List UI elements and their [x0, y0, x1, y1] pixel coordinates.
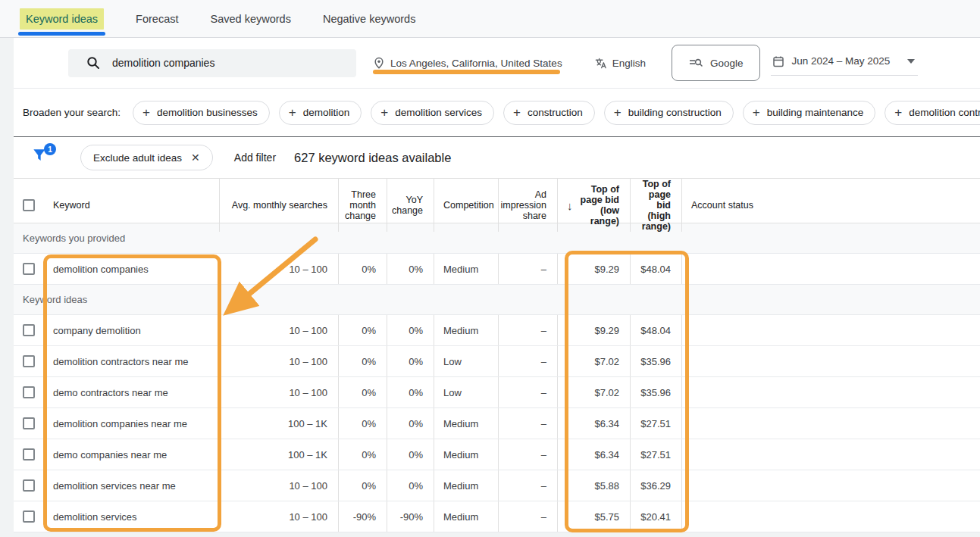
results-count-text: 627 keyword ideas available [294, 151, 451, 165]
header-ad-impression-share[interactable]: Ad impression share [498, 179, 557, 232]
close-icon[interactable]: ✕ [191, 151, 200, 164]
header-bid-high[interactable]: Top of page bid (high range) [630, 179, 681, 232]
avg-monthly-searches-cell: 10 – 100 [219, 470, 338, 501]
table-row: demolition contractors near me 10 – 100 … [14, 346, 980, 377]
header-keyword-label: Keyword [53, 200, 90, 211]
date-range-selector[interactable]: Jun 2024 – May 2025 [771, 51, 918, 76]
ad-impression-share-cell: – [498, 377, 557, 407]
bid-high-cell: $35.96 [630, 346, 681, 376]
language-selector[interactable]: English [594, 57, 646, 70]
broaden-search-row: Broaden your search: +demolition busines… [14, 89, 980, 137]
header-keyword[interactable]: Keyword [14, 179, 219, 232]
section-label: Keyword ideas [23, 294, 87, 305]
broaden-label: Broaden your search: [23, 107, 121, 118]
broaden-chip[interactable]: +demolition businesses [133, 101, 270, 125]
yoy-change-cell: 0% [387, 346, 434, 376]
header-avg-monthly-searches[interactable]: Avg. monthly searches [219, 179, 338, 232]
bid-high-cell: $27.51 [630, 439, 681, 470]
broaden-chip[interactable]: +demolition [279, 101, 362, 125]
bid-low-cell: $6.34 [557, 439, 630, 470]
tab-forecast[interactable]: Forecast [133, 0, 181, 38]
broaden-chip[interactable]: +construction [503, 101, 595, 125]
three-month-change-cell: 0% [338, 254, 387, 284]
add-filter-button[interactable]: Add filter [234, 151, 276, 164]
broaden-chip-label: demolition services [395, 107, 482, 118]
keyword-label: company demolition [53, 325, 141, 336]
plus-icon: + [380, 106, 388, 119]
bid-high-cell: $48.04 [630, 254, 681, 284]
broaden-chip-label: demolition businesses [157, 107, 258, 118]
header-yoy-change[interactable]: YoY change [387, 179, 434, 232]
search-query-text: demolition companies [112, 57, 214, 69]
broaden-chip[interactable]: +demolition contractors [885, 101, 980, 125]
header-competition[interactable]: Competition [434, 179, 498, 232]
broaden-chip-label: demolition [303, 107, 350, 118]
bid-high-cell: $36.29 [630, 470, 681, 501]
row-checkbox[interactable] [23, 448, 35, 461]
keyword-label: demolition services [53, 511, 137, 523]
exclude-adult-ideas-chip[interactable]: Exclude adult ideas ✕ [80, 145, 213, 170]
keyword-cell: demolition contractors near me [14, 346, 219, 376]
keyword-cell: demo companies near me [14, 439, 219, 470]
row-checkbox[interactable] [23, 386, 35, 398]
broaden-chip[interactable]: +building construction [604, 101, 734, 125]
row-checkbox[interactable] [23, 324, 35, 336]
network-text: Google [710, 58, 744, 69]
filter-funnel-button[interactable]: 1 [30, 146, 53, 169]
avg-monthly-searches-cell: 100 – 1K [219, 408, 338, 439]
broaden-chip[interactable]: +demolition services [371, 101, 494, 125]
select-all-checkbox[interactable] [23, 199, 35, 211]
header-account-status[interactable]: Account status [681, 179, 980, 232]
yoy-change-cell: 0% [387, 470, 434, 501]
filter-count-badge: 1 [44, 143, 56, 155]
broaden-chip-label: building construction [628, 107, 722, 118]
table-row: demolition services near me 10 – 100 0% … [14, 470, 980, 501]
account-status-cell [681, 408, 980, 439]
competition-cell: Medium [434, 408, 498, 439]
location-selector[interactable]: Los Angeles, California, United States [373, 57, 562, 69]
row-checkbox[interactable] [23, 479, 35, 492]
keyword-cell: demolition services [14, 501, 219, 532]
competition-cell: Medium [434, 439, 498, 470]
ad-impression-share-cell: – [498, 439, 557, 470]
plus-icon: + [142, 106, 150, 119]
bid-low-cell: $9.29 [557, 315, 630, 345]
date-range-text: Jun 2024 – May 2025 [791, 55, 890, 67]
row-checkbox[interactable] [23, 355, 35, 367]
tab-saved-keywords[interactable]: Saved keywords [208, 0, 294, 38]
avg-monthly-searches-cell: 10 – 100 [219, 501, 338, 532]
tab-keyword-ideas[interactable]: Keyword ideas [17, 0, 107, 38]
header-bid-low[interactable]: ↓ Top of page bid (low range) [557, 179, 630, 232]
row-checkbox[interactable] [23, 263, 35, 275]
row-checkbox[interactable] [23, 510, 35, 523]
ad-impression-share-cell: – [498, 346, 557, 376]
broaden-chip[interactable]: +building maintenance [743, 101, 876, 125]
keyword-cell: demolition services near me [14, 470, 219, 501]
avg-monthly-searches-cell: 100 – 1K [219, 439, 338, 470]
three-month-change-cell: 0% [338, 377, 387, 407]
row-checkbox[interactable] [23, 417, 35, 429]
tab-forecast-label: Forecast [136, 13, 178, 25]
keyword-label: demolition companies [53, 264, 149, 275]
main-content: demolition companies Los Angeles, Califo… [14, 38, 980, 532]
table-row: company demolition 10 – 100 0% 0% Medium… [14, 315, 980, 346]
competition-cell: Low [434, 377, 498, 407]
competition-cell: Medium [434, 470, 498, 501]
translate-icon [594, 57, 607, 70]
competition-cell: Medium [434, 254, 498, 284]
keyword-cell: demolition companies near me [14, 408, 219, 439]
account-status-cell [681, 254, 980, 284]
tab-negative-keywords-label: Negative keywords [323, 13, 416, 25]
yoy-change-cell: 0% [387, 315, 434, 345]
search-icon [86, 56, 100, 70]
three-month-change-cell: 0% [338, 408, 387, 439]
network-selector[interactable]: Google [672, 45, 761, 81]
yoy-change-cell: 0% [387, 408, 434, 439]
section-header-row: Keyword ideas [14, 285, 980, 315]
yoy-change-cell: -90% [387, 501, 434, 532]
header-three-month-change[interactable]: Three month change [338, 179, 387, 232]
competition-cell: Low [434, 346, 498, 376]
ad-impression-share-cell: – [498, 501, 557, 532]
keyword-search-input[interactable]: demolition companies [68, 49, 356, 77]
tab-negative-keywords[interactable]: Negative keywords [320, 0, 419, 38]
